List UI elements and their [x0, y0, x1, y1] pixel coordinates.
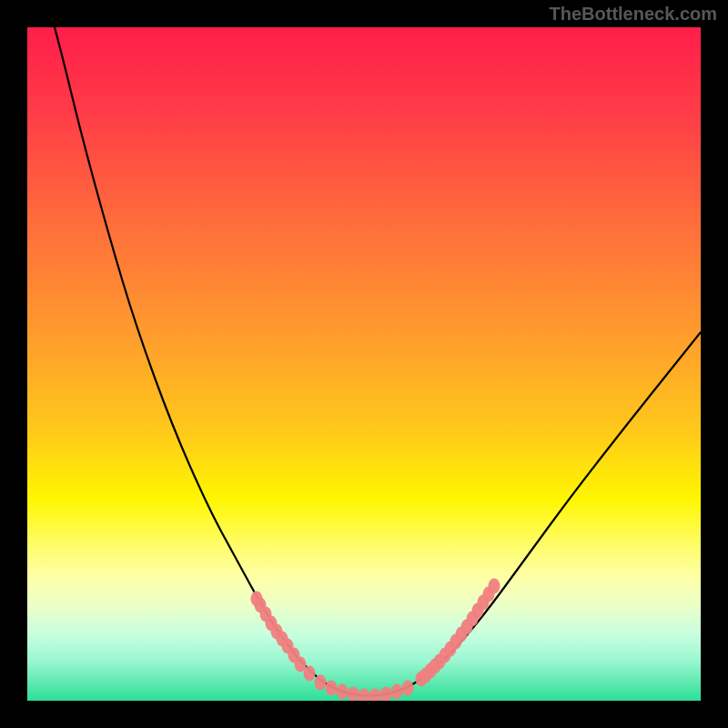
marker-dot [402, 681, 414, 696]
plot-area [27, 27, 701, 701]
bottleneck-curve [55, 27, 701, 696]
marker-dot [304, 666, 316, 682]
chart-overlay [27, 27, 701, 701]
marker-dot [369, 689, 381, 702]
chart-frame: TheBottleneck.com [0, 0, 728, 728]
marker-dot [359, 689, 370, 702]
marker-dot [348, 687, 359, 702]
marker-dot [489, 579, 500, 594]
marker-dot [391, 684, 403, 700]
marker-dot [337, 684, 349, 700]
curve-group [55, 27, 701, 696]
marker-dot [315, 675, 327, 691]
marker-dot [326, 681, 338, 696]
marker-group [251, 579, 500, 702]
marker-dot [380, 687, 392, 702]
credit-label: TheBottleneck.com [550, 4, 717, 25]
